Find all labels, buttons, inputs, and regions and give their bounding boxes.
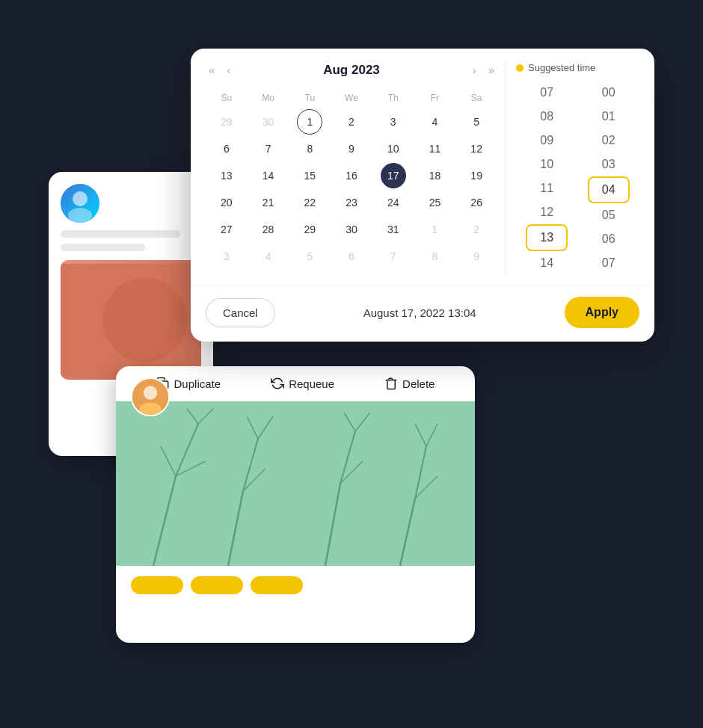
next-month-button[interactable]: › (470, 62, 479, 78)
dow-sa: Sa (455, 90, 497, 106)
selected-datetime-display: August 17, 2022 13:04 (363, 306, 476, 319)
svg-point-1 (68, 208, 92, 223)
calendar-day-0-0: 29 (214, 109, 239, 135)
calendar-day-4-2[interactable]: 29 (297, 217, 322, 242)
calendar-navigation: « ‹ Aug 2023 › » (206, 62, 497, 78)
time-columns: 0708091011121314 0001020304050607 (516, 81, 639, 275)
calendar-day-5-3: 6 (339, 244, 364, 269)
calendar-day-1-2[interactable]: 8 (297, 136, 322, 161)
calendar-day-5-4: 7 (381, 244, 406, 269)
calendar-day-4-6: 2 (464, 217, 489, 242)
hour-07[interactable]: 07 (526, 81, 568, 105)
background-card-2: Duplicate Requeue Delete (116, 366, 475, 643)
calendar-day-1-6[interactable]: 12 (464, 136, 489, 161)
week-row-4: 272829303112 (206, 217, 497, 242)
minute-00[interactable]: 00 (588, 81, 630, 105)
minute-06[interactable]: 06 (588, 227, 630, 251)
calendar-footer: Cancel August 17, 2022 13:04 Apply (191, 286, 654, 342)
prev-month-button[interactable]: ‹ (224, 62, 233, 78)
minutes-column: 0001020304050607 (578, 81, 640, 275)
calendar-picker-card: « ‹ Aug 2023 › » Su Mo Tu We Th Fr Sa 29… (191, 49, 654, 342)
calendar-month-label: Aug 2023 (239, 63, 463, 78)
hour-09[interactable]: 09 (526, 129, 568, 152)
svg-point-0 (73, 191, 88, 206)
calendar-day-5-1: 4 (256, 244, 281, 269)
requeue-icon (271, 377, 284, 390)
calendar-day-5-0: 3 (214, 244, 239, 269)
calendar-day-0-5[interactable]: 4 (422, 109, 447, 135)
minute-03[interactable]: 03 (588, 152, 630, 176)
tag-1 (131, 576, 183, 594)
calendar-day-0-3[interactable]: 2 (339, 109, 364, 135)
minute-02[interactable]: 02 (588, 129, 630, 152)
minute-01[interactable]: 01 (588, 105, 630, 129)
minute-07[interactable]: 07 (588, 251, 630, 275)
dow-we: We (331, 90, 372, 106)
calendar-day-3-3[interactable]: 23 (339, 190, 364, 215)
calendar-day-0-2[interactable]: 1 (297, 109, 322, 135)
hour-08[interactable]: 08 (526, 105, 568, 129)
calendar-day-2-3[interactable]: 16 (339, 163, 364, 188)
calendar-day-4-0[interactable]: 27 (214, 217, 239, 242)
apply-button[interactable]: Apply (565, 297, 639, 328)
avatar-2-wrapper (131, 377, 170, 416)
week-row-1: 6789101112 (206, 136, 497, 161)
tag-2 (191, 576, 243, 594)
hour-13[interactable]: 13 (526, 224, 568, 251)
calendar-section: « ‹ Aug 2023 › » Su Mo Tu We Th Fr Sa 29… (206, 62, 505, 275)
calendar-day-1-4[interactable]: 10 (381, 136, 406, 161)
week-row-2: 13141516171819 (206, 163, 497, 188)
minute-05[interactable]: 05 (588, 203, 630, 227)
calendar-day-0-6[interactable]: 5 (464, 109, 489, 135)
calendar-day-5-6: 9 (464, 244, 489, 269)
post-tags (116, 566, 475, 605)
hour-11[interactable]: 11 (526, 176, 568, 200)
time-picker-section: Suggested time 0708091011121314 00010203… (505, 62, 639, 275)
calendar-day-3-6[interactable]: 26 (464, 190, 489, 215)
hours-column: 0708091011121314 (516, 81, 578, 275)
dow-tu: Tu (289, 90, 331, 106)
calendar-day-1-3[interactable]: 9 (339, 136, 364, 161)
calendar-day-4-1[interactable]: 28 (256, 217, 281, 242)
delete-label: Delete (402, 377, 435, 390)
calendar-day-2-1[interactable]: 14 (256, 163, 281, 188)
calendar-day-2-6[interactable]: 19 (464, 163, 489, 188)
calendar-day-0-4[interactable]: 3 (381, 109, 406, 135)
calendar-day-2-2[interactable]: 15 (297, 163, 322, 188)
calendar-day-0-1: 30 (256, 109, 281, 135)
next-year-button[interactable]: » (485, 62, 497, 78)
calendar-day-3-2[interactable]: 22 (297, 190, 322, 215)
hour-10[interactable]: 10 (526, 152, 568, 176)
cancel-button[interactable]: Cancel (206, 298, 275, 327)
calendar-day-1-0[interactable]: 6 (214, 136, 239, 161)
delete-action[interactable]: Delete (384, 377, 435, 390)
suggested-dot-icon (516, 64, 524, 72)
card-lines (61, 230, 201, 251)
hour-14[interactable]: 14 (526, 251, 568, 275)
line-1 (61, 230, 180, 238)
calendar-day-4-4[interactable]: 31 (381, 217, 406, 242)
days-of-week-row: Su Mo Tu We Th Fr Sa (206, 90, 497, 106)
calendar-day-4-3[interactable]: 30 (339, 217, 364, 242)
prev-year-button[interactable]: « (206, 62, 218, 78)
line-2 (61, 244, 145, 251)
calendar-day-5-2: 5 (297, 244, 322, 269)
calendar-day-3-4[interactable]: 24 (381, 190, 406, 215)
calendar-grid: Su Mo Tu We Th Fr Sa 2930123456789101112… (206, 90, 497, 269)
card-image (61, 260, 201, 380)
calendar-day-3-5[interactable]: 25 (422, 190, 447, 215)
calendar-day-1-1[interactable]: 7 (256, 136, 281, 161)
hour-12[interactable]: 12 (526, 200, 568, 224)
calendar-day-5-5: 8 (422, 244, 447, 269)
minute-04[interactable]: 04 (588, 176, 630, 203)
post-image (116, 401, 475, 566)
calendar-day-2-4[interactable]: 17 (381, 163, 406, 188)
avatar-1 (61, 184, 99, 223)
calendar-day-2-0[interactable]: 13 (214, 163, 239, 188)
calendar-day-3-0[interactable]: 20 (214, 190, 239, 215)
requeue-action[interactable]: Requeue (271, 377, 334, 390)
calendar-day-2-5[interactable]: 18 (422, 163, 447, 188)
week-row-5: 3456789 (206, 244, 497, 269)
calendar-day-3-1[interactable]: 21 (256, 190, 281, 215)
calendar-day-1-5[interactable]: 11 (422, 136, 447, 161)
